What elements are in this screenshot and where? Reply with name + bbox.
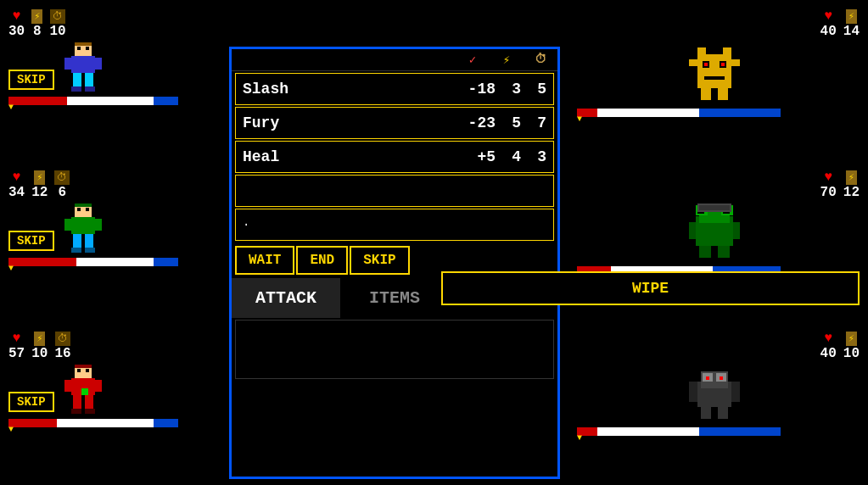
svg-rect-62 [706, 376, 709, 380]
hp-value-2: 34 [8, 185, 25, 200]
char-row-2: SKIP [8, 203, 221, 254]
svg-rect-26 [73, 395, 81, 409]
char-row-3: SKIP [8, 365, 221, 415]
action-row-slash[interactable]: Slash -18 3 5 [235, 73, 554, 105]
action-sp-slash: 3 [496, 81, 521, 98]
svg-rect-41 [704, 76, 725, 80]
column-headers: ✓ ⚡ ⏱ [232, 49, 557, 71]
svg-rect-30 [77, 369, 81, 372]
wipe-button[interactable]: WIPE [441, 271, 860, 305]
hp-stat-1: ♥ 30 [8, 8, 25, 39]
svg-rect-6 [71, 86, 81, 92]
time-stat-2: ⏱ 6 [54, 170, 70, 200]
enemy-lightning-icon-1: ⚡ [846, 9, 857, 24]
sp-stat-2: ⚡ 12 [31, 170, 48, 200]
svg-rect-10 [75, 42, 92, 46]
svg-rect-43 [718, 88, 728, 100]
enemy-health-bar-3: ▼ [577, 427, 860, 438]
heart-icon-2: ♥ [13, 170, 21, 185]
svg-rect-65 [731, 382, 740, 402]
enemy-sprite-1 [689, 46, 740, 105]
stats-row-2: ♥ 34 ⚡ 12 ⏱ 6 [8, 170, 221, 200]
svg-rect-27 [85, 395, 93, 409]
enemy-sp-stat-2: ⚡ 12 [843, 170, 860, 200]
tab-attack[interactable]: ATTACK [232, 278, 340, 318]
svg-rect-1 [71, 56, 95, 73]
hp-stat-3: ♥ 57 [8, 331, 25, 361]
skip-action-button[interactable]: SKIP [350, 246, 409, 275]
bar-arrow-2: ▼ [8, 264, 14, 273]
svg-rect-66 [701, 407, 711, 419]
hp-value-3: 57 [8, 346, 25, 361]
enemy-hp-value-3: 40 [820, 346, 837, 361]
heart-icon-3: ♥ [13, 331, 21, 346]
clock-icon-1: ⏱ [50, 9, 65, 24]
clock-icon-3: ⏱ [55, 332, 70, 346]
time-value-3: 16 [54, 346, 70, 361]
character-slot-1: ♥ 30 ⚡ 8 ⏱ 10 SKIP [0, 0, 229, 161]
enemy-slot-1: ♥ 40 ⚡ 14 [560, 0, 868, 161]
health-bar-1: ▼ [8, 97, 221, 107]
wait-button[interactable]: WAIT [235, 246, 294, 275]
svg-rect-39 [704, 63, 708, 66]
svg-rect-57 [718, 246, 730, 258]
action-row-fury[interactable]: Fury -23 5 7 [235, 107, 554, 139]
action-sp-fury: 5 [496, 114, 521, 131]
sp-value-2: 12 [31, 185, 48, 200]
svg-rect-13 [64, 219, 71, 231]
svg-rect-63 [720, 376, 723, 380]
svg-rect-14 [95, 219, 102, 231]
svg-rect-16 [85, 234, 93, 248]
enemy-hp-value-2: 70 [820, 185, 837, 200]
enemy-lightning-icon-2: ⚡ [846, 170, 857, 185]
skip-button-1[interactable]: SKIP [8, 70, 54, 90]
svg-rect-32 [75, 365, 92, 368]
svg-rect-29 [85, 409, 95, 414]
svg-rect-20 [86, 208, 89, 211]
char-sprite-1 [63, 42, 104, 93]
sp-stat-3: ⚡ 10 [31, 332, 48, 361]
svg-rect-31 [86, 369, 89, 372]
bar-arrow-1: ▼ [8, 103, 14, 112]
bolt-col-header: ⚡ [496, 53, 517, 67]
svg-rect-7 [85, 86, 95, 92]
enemy-health-bar-1: ▼ [577, 109, 860, 119]
svg-rect-42 [701, 88, 711, 100]
enemy-hp-value-1: 40 [820, 24, 837, 39]
enemy-stats-row-2: ♥ 70 ⚡ 12 [568, 170, 860, 200]
time-value-1: 10 [49, 24, 65, 39]
action-sp-heal: 4 [496, 148, 521, 165]
health-bar-2: ▼ [8, 258, 221, 268]
enemy-lightning-icon-3: ⚡ [846, 332, 857, 346]
action-name-fury: Fury [243, 114, 453, 131]
char-sprite-3 [63, 365, 104, 415]
skip-button-2[interactable]: SKIP [8, 231, 54, 251]
action-val-heal: +5 [453, 148, 496, 165]
action-row-heal[interactable]: Heal +5 4 3 [235, 141, 554, 173]
enemy-sp-value-1: 14 [843, 24, 860, 39]
enemy-hp-stat-1: ♥ 40 [820, 8, 837, 39]
sp-stat-1: ⚡ 8 [31, 9, 42, 39]
svg-rect-8 [77, 47, 81, 50]
cursor-text: · [243, 218, 249, 231]
enemy-heart-icon-3: ♥ [824, 331, 832, 346]
svg-rect-9 [86, 47, 89, 50]
svg-rect-64 [689, 382, 697, 402]
svg-rect-55 [733, 222, 740, 239]
action-name-heal: Heal [243, 148, 453, 165]
description-area [235, 320, 554, 379]
clock-icon-2: ⏱ [54, 170, 70, 185]
enemy-sp-stat-1: ⚡ 14 [843, 9, 860, 39]
enemy-heart-icon-2: ♥ [824, 170, 832, 185]
end-button[interactable]: END [296, 246, 348, 275]
skip-button-3[interactable]: SKIP [8, 392, 54, 412]
svg-rect-40 [721, 63, 725, 66]
svg-rect-44 [689, 59, 697, 66]
svg-rect-18 [85, 248, 95, 253]
time-stat-3: ⏱ 16 [54, 332, 70, 361]
svg-rect-24 [64, 380, 71, 392]
enemy-sprite-2 [689, 203, 740, 263]
enemy-bar-arrow-1: ▼ [577, 114, 582, 124]
svg-rect-4 [73, 73, 81, 86]
tab-items[interactable]: ITEMS [340, 278, 449, 318]
